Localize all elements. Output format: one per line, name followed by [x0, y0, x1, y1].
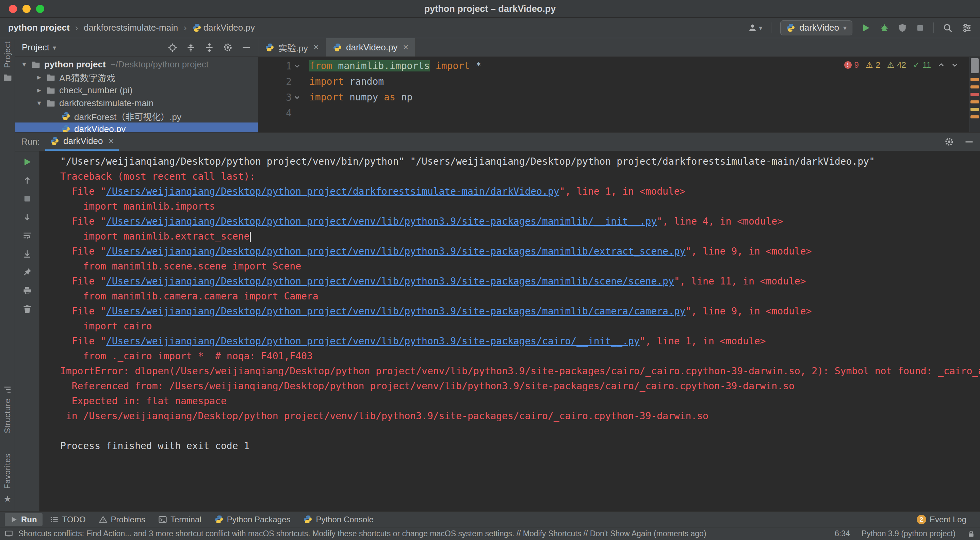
run-tab-label: darkVideo: [63, 136, 103, 146]
toolwindow-stripe-favorites[interactable]: Favorites ★: [0, 454, 15, 504]
expand-all-icon[interactable]: [205, 43, 214, 53]
pin-icon[interactable]: [21, 266, 33, 278]
editor-tab-0[interactable]: 实验.py×: [258, 38, 326, 56]
stop-button[interactable]: [916, 24, 924, 32]
stop-icon: [916, 24, 924, 32]
toolwindow-button-run[interactable]: Run: [5, 513, 43, 526]
status-time: 6:34: [835, 529, 850, 538]
event-log-badge: 2: [917, 515, 926, 524]
debug-button[interactable]: [880, 23, 889, 33]
rerun-icon[interactable]: [21, 156, 33, 168]
breadcrumb-folder[interactable]: darkforestsimulate-main: [84, 22, 178, 33]
gear-icon[interactable]: [944, 137, 954, 147]
tree-item-0[interactable]: ▾python project~/Desktop/python project: [15, 58, 258, 71]
soft-wrap-icon[interactable]: [21, 230, 33, 241]
tree-chevron-icon[interactable]: ▾: [18, 60, 30, 69]
coverage-button[interactable]: [898, 24, 907, 32]
toolwindow-button-python-packages[interactable]: Python Packages: [209, 513, 296, 526]
select-opened-file-icon[interactable]: [168, 43, 177, 53]
stack-trace-link[interactable]: /Users/weijianqiang/Desktop/python proje…: [106, 246, 686, 257]
tree-item-4[interactable]: darkForest（非可视化）.py: [15, 110, 258, 123]
console-text: ", line 1, in <module>: [559, 186, 686, 197]
bug-icon: [880, 23, 889, 33]
up-arrow-icon[interactable]: [21, 175, 33, 186]
project-panel-title[interactable]: Project ▾: [22, 42, 56, 53]
status-message[interactable]: Shortcuts conflicts: Find Action... and …: [18, 529, 706, 538]
ide-settings-button[interactable]: [962, 23, 972, 33]
breadcrumb: python project › darkforestsimulate-main…: [8, 22, 255, 33]
project-stripe-label: Project: [3, 41, 12, 68]
tree-item-1[interactable]: ▸AB猜数字游戏: [15, 71, 258, 84]
fold-icon[interactable]: [294, 63, 309, 69]
stack-trace-link[interactable]: /Users/weijianqiang/Desktop/python proje…: [106, 186, 559, 197]
run-panel-label: Run:: [21, 137, 40, 147]
breadcrumb-project[interactable]: python project: [8, 22, 70, 33]
python-icon: [265, 43, 274, 52]
play-sm-icon: [10, 516, 18, 523]
console-line: Expected in: flat namespace: [60, 394, 980, 409]
next-problem-icon[interactable]: [951, 62, 958, 68]
chevron-down-icon: ▾: [53, 43, 56, 52]
stop-icon[interactable]: [21, 193, 33, 204]
console-line: import manimlib.extract_scene: [60, 229, 980, 244]
console-output[interactable]: "/Users/weijianqiang/Desktop/python proj…: [40, 151, 980, 511]
toolwindow-button-python-console[interactable]: Python Console: [298, 513, 379, 526]
line-number: 4: [258, 108, 294, 119]
toolwindow-button-terminal[interactable]: Terminal: [153, 513, 207, 526]
warning-icon: ⚠: [865, 60, 873, 70]
run-config-selector[interactable]: darkVideo ▾: [780, 21, 853, 35]
scroll-to-end-icon[interactable]: [21, 248, 33, 260]
interpreter-selector[interactable]: Python 3.9 (python project): [862, 529, 956, 538]
typo-count: 11: [923, 60, 931, 70]
down-arrow-icon[interactable]: [21, 211, 33, 223]
editor-tab-1[interactable]: darkVideo.py×: [326, 38, 416, 56]
tree-item-3[interactable]: ▾darkforestsimulate-main: [15, 97, 258, 110]
stack-trace-link[interactable]: /Users/weijianqiang/Desktop/python proje…: [106, 336, 640, 347]
toolbar-separator: [771, 22, 772, 33]
pycharm-window: python project – darkVideo.py python pro…: [0, 0, 980, 540]
run-tab[interactable]: darkVideo ×: [45, 133, 119, 151]
editor-scrollbar[interactable]: [969, 57, 980, 132]
tree-chevron-icon[interactable]: ▸: [33, 86, 45, 95]
console-text: ", line 9, in <module>: [685, 246, 811, 257]
toolwindow-button-label: Python Packages: [227, 515, 291, 524]
stack-trace-link[interactable]: /Users/weijianqiang/Desktop/python proje…: [106, 306, 686, 317]
hide-panel-icon[interactable]: [242, 43, 251, 53]
toolwindow-stripe-structure[interactable]: Structure: [0, 385, 15, 433]
user-account-button[interactable]: ▾: [748, 23, 762, 33]
hide-panel-icon[interactable]: [964, 137, 974, 147]
run-button[interactable]: [861, 23, 871, 33]
console-line: File "/Users/weijianqiang/Desktop/python…: [60, 334, 980, 349]
console-text: Expected in: flat namespace: [60, 395, 227, 406]
close-icon[interactable]: ×: [313, 42, 319, 53]
event-log-button[interactable]: 2 Event Log: [911, 513, 972, 526]
navigation-bar: python project › darkforestsimulate-main…: [0, 18, 980, 38]
lock-icon[interactable]: [967, 530, 975, 538]
toolwindow-button-todo[interactable]: TODO: [45, 513, 91, 526]
console-text: from ._cairo import * # noqa: F401,F403: [60, 350, 313, 362]
breadcrumb-file[interactable]: darkVideo.py: [204, 22, 255, 33]
prev-problem-icon[interactable]: [938, 62, 945, 68]
todo-icon: [50, 515, 59, 524]
close-icon[interactable]: ×: [403, 42, 408, 53]
close-icon[interactable]: ×: [108, 136, 114, 147]
background-tasks-icon[interactable]: [5, 530, 13, 538]
tree-chevron-icon[interactable]: ▾: [33, 99, 45, 108]
toolwindow-button-problems[interactable]: Problems: [93, 513, 151, 526]
collapse-all-icon[interactable]: [186, 43, 196, 53]
inspections-widget[interactable]: !9 ⚠2 ⚠42 ✓11: [844, 60, 958, 70]
tree-item-5[interactable]: darkVideo.py: [15, 123, 258, 132]
scrollbar-thumb[interactable]: [971, 58, 978, 73]
toolwindow-button-label: Terminal: [170, 515, 202, 524]
stack-trace-link[interactable]: /Users/weijianqiang/Desktop/python proje…: [106, 276, 674, 287]
clear-all-icon[interactable]: [21, 303, 33, 315]
tree-item-2[interactable]: ▸check_number (pi): [15, 84, 258, 97]
gear-icon[interactable]: [223, 43, 233, 53]
toolwindow-stripe-project[interactable]: Project: [0, 41, 15, 82]
search-everywhere-button[interactable]: [943, 23, 953, 33]
stack-trace-link[interactable]: /Users/weijianqiang/Desktop/python proje…: [106, 216, 657, 227]
fold-icon[interactable]: [294, 94, 309, 101]
print-icon[interactable]: [21, 285, 33, 296]
tree-chevron-icon[interactable]: ▸: [33, 73, 45, 82]
project-tool-window: Project ▾ ▾python project~/Desktop/pytho…: [15, 38, 258, 132]
